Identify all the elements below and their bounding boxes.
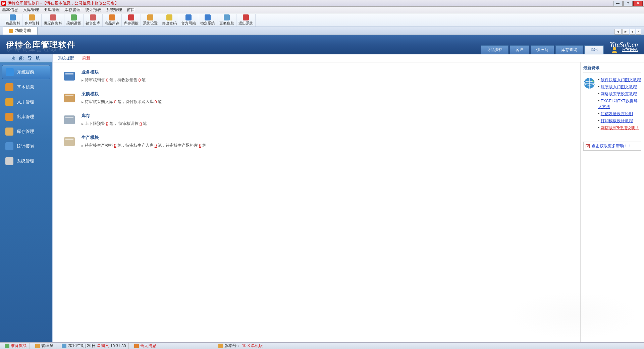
- toolbar-button[interactable]: 客户资料: [22, 14, 42, 27]
- sidebar-icon: [6, 68, 14, 76]
- status-ready-icon: [5, 344, 9, 348]
- sidebar-icon: [5, 157, 13, 165]
- toolbar-icon: [224, 14, 230, 20]
- more-help-box[interactable]: ✕ 点击获取更多帮助！！: [583, 142, 641, 151]
- sidebar-item[interactable]: 基本信息: [2, 81, 50, 94]
- module-title: 库存: [82, 113, 147, 119]
- sidebar-label: 基本信息: [17, 84, 34, 90]
- tab-next[interactable]: ►: [622, 29, 629, 35]
- window-title: 伊特仓库管理软件--: [7, 0, 42, 6]
- info-panel: 最新资讯 软件快速入门图文教程服装版入门图文教程网络版安装设置教程EXCEL和T…: [580, 62, 644, 342]
- toolbar-button[interactable]: 商品库存: [103, 14, 122, 27]
- toolbar-button[interactable]: 商品资料: [3, 14, 22, 27]
- count-link[interactable]: 0: [139, 121, 142, 126]
- info-link[interactable]: 服装版入门图文教程: [601, 85, 637, 89]
- sidebar-label: 系统提醒: [17, 69, 35, 75]
- svg-rect-3: [64, 94, 75, 102]
- menu-item[interactable]: 入库管理: [23, 7, 39, 13]
- sidebar-label: 库存管理: [17, 129, 34, 135]
- toolbar-button[interactable]: 采购进货: [64, 14, 84, 27]
- tab-nav[interactable]: 功能导航: [3, 27, 38, 35]
- status-message: 暂无消息: [140, 343, 156, 349]
- quick-button[interactable]: 商品资料: [481, 45, 508, 54]
- tab-close[interactable]: ×: [636, 29, 641, 35]
- toolbar-label: 销售出库: [86, 21, 100, 26]
- sidebar-icon: [5, 128, 13, 136]
- count-link[interactable]: 0: [138, 78, 141, 83]
- sidebar-label: 入库管理: [17, 99, 34, 105]
- official-site-link[interactable]: 官方网站: [622, 47, 638, 53]
- menu-item[interactable]: 窗口: [127, 7, 135, 13]
- count-link[interactable]: 0: [114, 100, 117, 104]
- status-weekday: 星期六: [97, 343, 109, 349]
- menu-item[interactable]: 出库管理: [44, 7, 60, 13]
- toolbar-icon: [109, 14, 115, 20]
- svg-rect-5: [64, 115, 75, 124]
- toolbar-icon: [166, 14, 172, 20]
- app-logo-shadow: 伊特仓库管理软件: [6, 45, 65, 54]
- sidebar-item[interactable]: 系统提醒: [2, 65, 50, 79]
- toolbar-label: 客户资料: [24, 21, 39, 26]
- count-link[interactable]: 0: [106, 121, 109, 126]
- info-link[interactable]: 软件快速入门图文教程: [601, 78, 641, 82]
- toolbar-label: 库存调拨: [124, 21, 139, 26]
- maximize-button[interactable]: □: [623, 1, 633, 6]
- quick-button[interactable]: 库存查询: [555, 45, 583, 54]
- sidebar-item[interactable]: 库存管理: [2, 125, 50, 138]
- count-link[interactable]: 0: [106, 78, 109, 83]
- menu-item[interactable]: 统计报表: [85, 7, 101, 13]
- info-link[interactable]: EXCEL和TXT数据导入方法: [598, 99, 638, 109]
- menu-item[interactable]: 基本信息: [2, 7, 18, 13]
- minimize-button[interactable]: —: [613, 1, 623, 6]
- toolbar-button[interactable]: 系统设置: [141, 14, 160, 27]
- tab-icon: [9, 29, 13, 33]
- toolbar-icon: [10, 14, 16, 20]
- toolbar-button[interactable]: 销售出库: [84, 14, 103, 27]
- sidebar-label: 系统管理: [17, 158, 34, 164]
- info-link[interactable]: 打印模板设计教程: [601, 118, 633, 123]
- svg-rect-1: [64, 72, 75, 81]
- count-link[interactable]: 0: [154, 100, 157, 104]
- toolbar-icon: [71, 14, 77, 20]
- menu-item[interactable]: 库存管理: [64, 7, 80, 13]
- sidebar-item[interactable]: 入库管理: [2, 95, 50, 109]
- module-title: 采购模块: [82, 91, 162, 97]
- toolbar-button[interactable]: 库存调拨: [122, 14, 141, 27]
- refresh-link[interactable]: 刷新...: [81, 54, 95, 62]
- tab-menu[interactable]: ▾: [630, 29, 635, 35]
- toolbar-label: 系统设置: [143, 21, 158, 26]
- info-link[interactable]: 短信发送设置说明: [601, 111, 633, 116]
- close-button[interactable]: ✕: [633, 1, 643, 6]
- sidebar-item[interactable]: 系统管理: [2, 154, 50, 168]
- svg-point-0: [613, 47, 616, 50]
- module-title: 业务模块: [82, 69, 146, 75]
- svg-rect-4: [65, 95, 73, 96]
- tab-system-alert[interactable]: 系统提醒: [57, 54, 75, 62]
- menubar: 基本信息入库管理出库管理库存管理统计报表系统管理窗口: [0, 7, 644, 13]
- quick-button[interactable]: 退出: [584, 45, 604, 54]
- count-link[interactable]: 0: [114, 143, 117, 148]
- close-help-icon[interactable]: ✕: [586, 144, 590, 148]
- toolbar-label: 锁定系统: [200, 21, 215, 26]
- menu-item[interactable]: 系统管理: [106, 7, 122, 13]
- tab-prev[interactable]: ◄: [614, 29, 622, 35]
- toolbar-button[interactable]: 官方网站: [179, 14, 198, 27]
- module-icon: [63, 69, 76, 83]
- toolbar-button[interactable]: 退出系统: [236, 14, 256, 27]
- document-tabs: 功能导航 ◄ ► ▾ ×: [0, 27, 644, 35]
- count-link[interactable]: 0: [154, 143, 157, 148]
- info-link[interactable]: 网店版API使用说明！: [601, 126, 639, 130]
- quick-button[interactable]: 客户: [510, 45, 529, 54]
- module-desc: ▸上下限预警0笔， 待审核调拨 0笔: [82, 121, 147, 127]
- info-link[interactable]: 网络版安装设置教程: [601, 92, 637, 96]
- toolbar-button[interactable]: 锁定系统: [198, 14, 217, 27]
- tab-label: 功能导航: [15, 28, 31, 34]
- count-link[interactable]: 0: [199, 143, 202, 148]
- quick-button[interactable]: 供应商: [531, 45, 554, 54]
- sidebar-item[interactable]: 统计报表: [2, 140, 50, 153]
- module-title: 生产模块: [82, 135, 206, 141]
- toolbar-button[interactable]: 供应商资料: [42, 14, 64, 27]
- toolbar-button[interactable]: 修改密码: [160, 14, 179, 27]
- sidebar-item[interactable]: 出库管理: [2, 110, 50, 123]
- toolbar-button[interactable]: 更换皮肤: [217, 14, 236, 27]
